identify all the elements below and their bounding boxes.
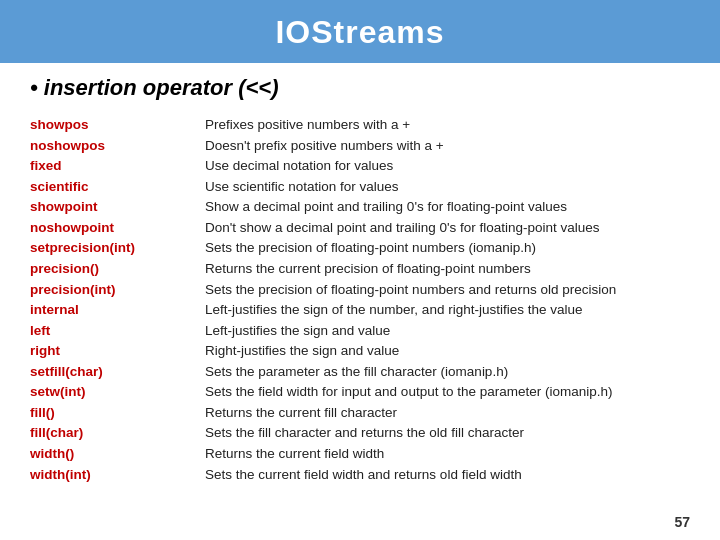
subtitle: • insertion operator (<<) [0, 63, 720, 109]
table-row: noshowposDoesn't prefix positive numbers… [30, 136, 690, 156]
desc-15: Sets the fill character and returns the … [205, 423, 690, 443]
table-row: showposPrefixes positive numbers with a … [30, 115, 690, 135]
term-15: fill(char) [30, 423, 205, 443]
term-16: width() [30, 444, 205, 464]
table-row: setprecision(int)Sets the precision of f… [30, 238, 690, 258]
subtitle-text: insertion operator (<<) [38, 75, 279, 100]
term-0: showpos [30, 115, 205, 135]
table-row: showpointShow a decimal point and traili… [30, 197, 690, 217]
desc-1: Doesn't prefix positive numbers with a + [205, 136, 690, 156]
desc-14: Returns the current fill character [205, 403, 690, 423]
desc-2: Use decimal notation for values [205, 156, 690, 176]
term-6: setprecision(int) [30, 238, 205, 258]
term-11: right [30, 341, 205, 361]
table-row: setfill(char)Sets the parameter as the f… [30, 362, 690, 382]
term-17: width(int) [30, 465, 205, 485]
term-2: fixed [30, 156, 205, 176]
term-5: noshowpoint [30, 218, 205, 238]
term-14: fill() [30, 403, 205, 423]
table-row: internalLeft-justifies the sign of the n… [30, 300, 690, 320]
content: showposPrefixes positive numbers with a … [0, 109, 720, 491]
table: showposPrefixes positive numbers with a … [30, 115, 690, 485]
term-12: setfill(char) [30, 362, 205, 382]
table-row: rightRight-justifies the sign and value [30, 341, 690, 361]
term-4: showpoint [30, 197, 205, 217]
desc-8: Sets the precision of floating-point num… [205, 280, 690, 300]
page-title: IOStreams [275, 14, 444, 50]
desc-12: Sets the parameter as the fill character… [205, 362, 690, 382]
table-row: noshowpointDon't show a decimal point an… [30, 218, 690, 238]
term-3: scientific [30, 177, 205, 197]
desc-4: Show a decimal point and trailing 0's fo… [205, 197, 690, 217]
header: IOStreams [0, 0, 720, 63]
term-9: internal [30, 300, 205, 320]
desc-13: Sets the field width for input and outpu… [205, 382, 690, 402]
table-row: fill()Returns the current fill character [30, 403, 690, 423]
table-row: width()Returns the current field width [30, 444, 690, 464]
table-row: precision(int)Sets the precision of floa… [30, 280, 690, 300]
desc-16: Returns the current field width [205, 444, 690, 464]
table-row: scientificUse scientific notation for va… [30, 177, 690, 197]
table-row: precision()Returns the current precision… [30, 259, 690, 279]
table-row: fill(char)Sets the fill character and re… [30, 423, 690, 443]
desc-10: Left-justifies the sign and value [205, 321, 690, 341]
term-8: precision(int) [30, 280, 205, 300]
term-7: precision() [30, 259, 205, 279]
term-13: setw(int) [30, 382, 205, 402]
bullet: • [30, 75, 38, 100]
table-row: width(int)Sets the current field width a… [30, 465, 690, 485]
desc-11: Right-justifies the sign and value [205, 341, 690, 361]
desc-6: Sets the precision of floating-point num… [205, 238, 690, 258]
desc-5: Don't show a decimal point and trailing … [205, 218, 690, 238]
table-row: leftLeft-justifies the sign and value [30, 321, 690, 341]
table-row: fixedUse decimal notation for values [30, 156, 690, 176]
desc-7: Returns the current precision of floatin… [205, 259, 690, 279]
table-row: setw(int)Sets the field width for input … [30, 382, 690, 402]
desc-17: Sets the current field width and returns… [205, 465, 690, 485]
desc-3: Use scientific notation for values [205, 177, 690, 197]
desc-9: Left-justifies the sign of the number, a… [205, 300, 690, 320]
term-10: left [30, 321, 205, 341]
page-number: 57 [674, 514, 690, 530]
term-1: noshowpos [30, 136, 205, 156]
desc-0: Prefixes positive numbers with a + [205, 115, 690, 135]
